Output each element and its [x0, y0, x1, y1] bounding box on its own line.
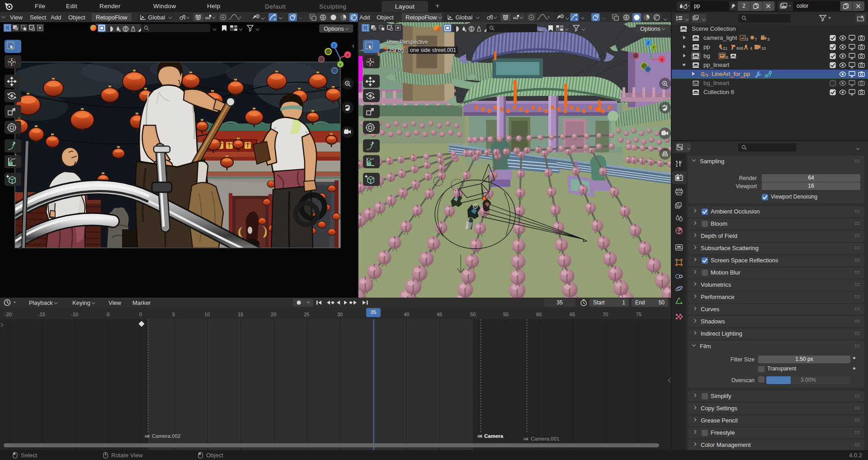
- svg-text:X: X: [660, 57, 664, 62]
- svg-text:10: 10: [761, 46, 766, 51]
- svg-text:6: 6: [726, 55, 728, 60]
- svg-text:3: 3: [746, 37, 748, 42]
- svg-text:X: X: [346, 52, 349, 57]
- svg-text:Y: Y: [339, 62, 342, 67]
- svg-text:Z: Z: [333, 43, 335, 48]
- svg-text:Camera: Camera: [484, 433, 504, 439]
- svg-text:7: 7: [755, 37, 757, 42]
- svg-text:Z: Z: [647, 40, 650, 45]
- svg-text:Camera.002: Camera.002: [152, 433, 180, 439]
- svg-text:848: 848: [736, 46, 743, 51]
- svg-text:21: 21: [723, 46, 727, 51]
- svg-text:Y: Y: [652, 45, 655, 50]
- svg-text:3: 3: [767, 37, 769, 42]
- svg-text:Camera.001: Camera.001: [531, 436, 559, 441]
- svg-text:4: 4: [750, 46, 752, 51]
